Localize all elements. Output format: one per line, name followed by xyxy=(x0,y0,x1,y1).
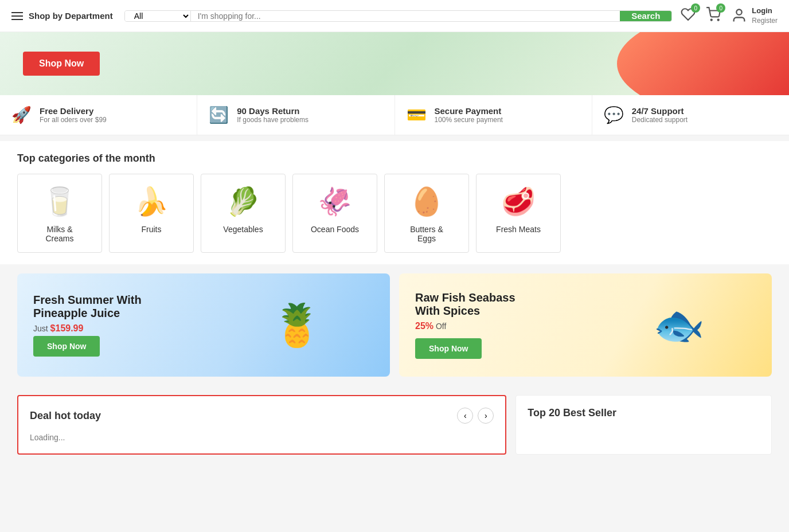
fresh-meats-emoji: 🥩 xyxy=(486,186,551,218)
fresh-meats-label: Fresh Meats xyxy=(486,225,551,234)
deal-hot-title: Deal hot today xyxy=(30,410,101,422)
category-butters-eggs[interactable]: 🥚 Butters &Eggs xyxy=(384,174,469,253)
promo-pineapple-title: Fresh Summer With Pineapple Juice xyxy=(33,294,148,320)
promo-fish-title: Raw Fish Seabass With Spices xyxy=(415,291,530,318)
svg-point-2 xyxy=(737,10,742,15)
vegetables-emoji: 🥬 xyxy=(210,186,276,218)
ocean-foods-emoji: 🦑 xyxy=(302,186,368,218)
feature-payment-title: Secure Payment xyxy=(435,106,503,116)
delivery-icon: 🚀 xyxy=(11,105,32,124)
header-icons: 0 0 Login Register xyxy=(681,6,778,26)
login-label: Login xyxy=(752,6,778,16)
category-vegetables[interactable]: 🥬 Vegetables xyxy=(201,174,286,253)
category-select[interactable]: AllFruitsVegetablesMeatsDairySeafood xyxy=(125,11,191,21)
search-input[interactable] xyxy=(191,11,620,21)
promo-fish: Raw Fish Seabass With Spices 25% Off Sho… xyxy=(399,273,772,377)
milks-creams-label: Milks &Creams xyxy=(27,225,92,243)
fruits-label: Fruits xyxy=(119,225,184,234)
ocean-foods-label: Ocean Foods xyxy=(302,225,368,234)
feature-return-sub: If goods have problems xyxy=(237,116,308,124)
deal-hot-next-button[interactable]: › xyxy=(478,408,494,424)
milks-creams-emoji: 🥛 xyxy=(27,186,92,218)
feature-support-sub: Dedicated support xyxy=(632,116,688,124)
vegetables-label: Vegetables xyxy=(210,225,276,234)
svg-point-1 xyxy=(718,19,719,21)
payment-icon: 💳 xyxy=(407,105,427,124)
deal-hot-loading: Loading... xyxy=(30,433,494,442)
feature-support: 💬 24/7 Support Dedicated support xyxy=(592,95,789,135)
promo-fish-shop-now-button[interactable]: Shop Now xyxy=(415,338,482,359)
category-milks-creams[interactable]: 🥛 Milks &Creams xyxy=(17,174,102,253)
promo-section: Fresh Summer With Pineapple Juice Just $… xyxy=(0,264,789,386)
category-ocean-foods[interactable]: 🦑 Ocean Foods xyxy=(292,174,377,253)
cart-badge: 0 xyxy=(716,3,725,13)
search-bar: AllFruitsVegetablesMeatsDairySeafood Sea… xyxy=(124,10,673,22)
deal-hot-header: Deal hot today ‹ › xyxy=(30,408,494,424)
register-label: Register xyxy=(752,16,778,26)
hero-shop-now-button[interactable]: Shop Now xyxy=(23,52,100,76)
feature-free-delivery: 🚀 Free Delivery For all oders over $99 xyxy=(0,95,197,135)
best-seller-title: Top 20 Best Seller xyxy=(528,407,760,419)
features-bar: 🚀 Free Delivery For all oders over $99 🔄… xyxy=(0,95,789,135)
promo-fish-image: 🐟 xyxy=(585,273,772,377)
deal-hot-nav: ‹ › xyxy=(457,408,494,424)
header: Shop by Department AllFruitsVegetablesMe… xyxy=(0,0,789,32)
support-icon: 💬 xyxy=(604,105,624,124)
login-area[interactable]: Login Register xyxy=(731,6,778,26)
return-icon: 🔄 xyxy=(209,105,229,124)
feature-payment-sub: 100% secure payment xyxy=(435,116,503,124)
bottom-section: Deal hot today ‹ › Loading... Top 20 Bes… xyxy=(0,386,789,472)
shop-by-dept-label: Shop by Department xyxy=(29,11,113,21)
category-fruits[interactable]: 🍌 Fruits xyxy=(109,174,194,253)
feature-payment: 💳 Secure Payment 100% secure payment xyxy=(395,95,592,135)
deal-hot-prev-button[interactable]: ‹ xyxy=(457,408,473,424)
promo-pineapple-image: 🍍 xyxy=(204,273,390,377)
fruits-emoji: 🍌 xyxy=(119,186,184,218)
categories-title: Top categories of the month xyxy=(17,152,772,165)
hero-banner: Shop Now xyxy=(0,32,789,95)
promo-fish-discount-pct: 25% xyxy=(415,321,433,331)
butters-eggs-emoji: 🥚 xyxy=(394,186,459,218)
svg-point-0 xyxy=(711,19,712,21)
cart-icon[interactable]: 0 xyxy=(706,7,721,24)
promo-pineapple-shop-now-button[interactable]: Shop Now xyxy=(33,336,100,357)
promo-pineapple-price-value: $159.99 xyxy=(50,323,84,333)
categories-section: Top categories of the month 🥛 Milks &Cre… xyxy=(0,141,789,264)
feature-delivery-sub: For all oders over $99 xyxy=(40,116,107,124)
wishlist-icon[interactable]: 0 xyxy=(681,7,696,24)
search-button[interactable]: Search xyxy=(620,11,671,21)
deal-hot-card: Deal hot today ‹ › Loading... xyxy=(17,395,506,455)
best-seller-card: Top 20 Best Seller xyxy=(515,395,772,455)
feature-return: 🔄 90 Days Return If goods have problems xyxy=(197,95,394,135)
category-fresh-meats[interactable]: 🥩 Fresh Meats xyxy=(476,174,561,253)
butters-eggs-label: Butters &Eggs xyxy=(394,225,459,243)
categories-grid: 🥛 Milks &Creams 🍌 Fruits 🥬 Vegetables 🦑 … xyxy=(17,174,772,253)
promo-pineapple: Fresh Summer With Pineapple Juice Just $… xyxy=(17,273,390,377)
feature-return-title: 90 Days Return xyxy=(237,106,308,116)
wishlist-badge: 0 xyxy=(691,3,700,13)
menu-icon[interactable] xyxy=(11,12,23,20)
feature-support-title: 24/7 Support xyxy=(632,106,688,116)
feature-delivery-title: Free Delivery xyxy=(40,106,107,116)
